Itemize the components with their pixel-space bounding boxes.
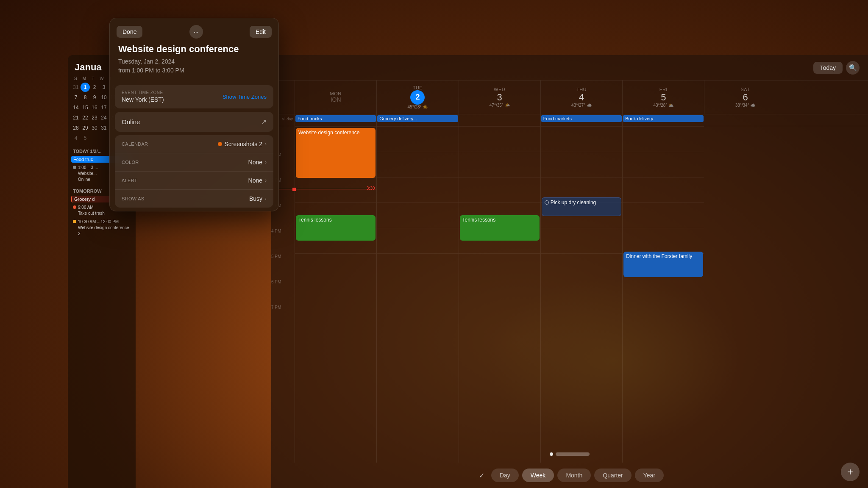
sat-weather: 38°/34° ☁️ [735,103,756,108]
sidebar-day-15[interactable]: 15 [81,103,90,112]
hour-line [459,152,540,152]
sidebar-day-9[interactable]: 9 [90,93,99,102]
all-day-wed: Grocery delivery... [376,114,458,126]
sidebar-day-29[interactable]: 29 [81,123,90,133]
more-icon: ··· [194,28,199,35]
hour-line [541,253,622,254]
day-col-sat[interactable]: Dinner with the Forster family [622,126,704,463]
sidebar-day-30[interactable]: 30 [90,123,99,133]
day-col-fri[interactable]: Pick up dry cleaning [540,126,622,463]
tab-week[interactable]: Week [522,469,554,482]
tab-year[interactable]: Year [635,469,664,482]
sidebar-day-22[interactable]: 22 [81,113,90,122]
event-dinner-forster[interactable]: Dinner with the Forster family [623,252,703,277]
day-header-mon: MON ION [295,80,376,114]
tab-quarter[interactable]: Quarter [594,469,631,482]
add-event-button[interactable]: + [841,463,860,481]
tab-day[interactable]: Day [491,469,519,482]
hour-line [623,152,704,152]
all-day-sat: Book delivery [622,114,704,126]
chevron-icon-alert: › [265,177,267,183]
hour-line [459,202,540,203]
sidebar-day-31b[interactable]: 31 [99,123,108,133]
sidebar-day-17[interactable]: 17 [99,103,108,112]
sidebar-day-28[interactable]: 28 [71,123,81,133]
chevron-icon-show-as: › [265,196,267,202]
popup-done-button[interactable]: Done [117,26,142,38]
all-day-row: all-day Food trucks Grocery delivery... … [271,114,868,126]
event-website-design-conf[interactable]: Website design conference [296,128,376,178]
hour-line [623,228,704,228]
sidebar-day-21[interactable]: 21 [71,113,81,122]
event-dot-3 [73,220,76,223]
popup-calendar-row[interactable]: Calendar Screenshots 2 › [115,135,273,153]
hour-line [377,177,458,177]
day-col-thu[interactable]: Tennis lessons [459,126,540,463]
popup-show-as-row[interactable]: Show As Busy › [115,190,273,208]
all-day-event-food-trucks[interactable]: Food trucks [295,115,376,122]
all-day-fri: Food markets [540,114,622,126]
week-time-area[interactable]: 1 PM 2 PM 3 PM 4 PM 5 PM 6 PM 7 PM Websi… [271,126,868,463]
search-button[interactable]: 🔍 [846,61,860,75]
event-tennis-lessons-thu[interactable]: Tennis lessons [460,215,540,241]
popup-tz-label: EVENT TIME ZONE [122,90,164,95]
all-day-event-grocery[interactable]: Grocery delivery... [377,115,458,122]
event-title-dry-cleaning: Pick up dry cleaning [551,200,596,205]
sidebar-day-4b[interactable]: 4 [71,133,81,143]
hour-line [295,253,376,254]
event-tennis-lessons-tue[interactable]: Tennis lessons [296,215,376,241]
all-day-event-book-delivery[interactable]: Book delivery [623,115,704,122]
day-col-wed[interactable] [376,126,458,463]
day-header-fri: FRI 5 43°/28° 🌥️ [622,80,704,114]
tab-month[interactable]: Month [557,469,591,482]
popup-location-text: Online [122,118,140,125]
sidebar-day-5b[interactable]: 5 [81,133,90,143]
popup-color-row[interactable]: Color None › [115,153,273,172]
sidebar-day-14[interactable]: 14 [71,103,81,112]
sidebar-day-2[interactable]: 2 [90,83,99,92]
all-day-event-food-markets[interactable]: Food markets [541,115,622,122]
event-title-tennis-tue: Tennis lessons [298,217,373,223]
today-button[interactable]: Today [813,62,843,74]
popup-show-time-zones-link[interactable]: Show Time Zones [223,94,267,100]
popup-more-button[interactable]: ··· [189,25,203,39]
event-pick-up-dry-cleaning[interactable]: Pick up dry cleaning [542,197,621,216]
popup-alert-value: None › [248,177,267,184]
wed-weather: 47°/35° 🌤️ [490,103,510,108]
popup-location-row[interactable]: Online ↗ [115,112,273,132]
sidebar-day-24[interactable]: 24 [99,113,108,122]
day-col-tue[interactable]: Website design conference Tennis lessons… [295,126,376,463]
hour-line [623,177,704,177]
check-button[interactable]: ✓ [476,468,488,483]
sidebar-day-23[interactable]: 23 [90,113,99,122]
sidebar-day-31[interactable]: 31 [71,83,81,92]
chevron-icon-color: › [265,159,267,165]
sidebar-day-1[interactable]: 1 [81,83,90,92]
sidebar-day-3[interactable]: 3 [99,83,108,92]
current-time-line: 3:30 [272,189,376,189]
sidebar-day-7[interactable]: 7 [71,93,81,102]
chevron-icon: › [265,141,267,147]
thu-weather: 43°/27° ☁️ [571,103,592,108]
page-bar [556,452,590,456]
week-days-header: MON ION TUE 2 45°/28° ☀️ WED 3 47°/35° 🌤… [271,80,868,114]
sidebar-tomorrow-event-3[interactable]: 10:30 AM – 12:00 PMWebsite design confer… [71,218,132,238]
popup-calendar-value: Screenshots 2 › [218,141,267,147]
popup-toolbar: Done ··· Edit [110,18,278,44]
day-header-wed: WED 3 47°/35° 🌤️ [459,80,540,114]
sidebar-day-16[interactable]: 16 [90,103,99,112]
event-title: Website design conference [298,130,373,136]
hour-line [377,152,458,152]
sidebar-day-8[interactable]: 8 [81,93,90,102]
hour-line [541,228,622,228]
event-dot [73,166,76,169]
popup-alert-row[interactable]: Alert None › [115,172,273,190]
popup-timezone-row: EVENT TIME ZONE New York (EST) Show Time… [115,85,273,108]
popup-show-as-label: Show As [122,196,144,201]
sidebar-day-10[interactable]: 10 [99,93,108,102]
popup-color-label: Color [122,160,139,165]
event-title-dinner: Dinner with the Forster family [626,253,701,259]
day-header-tue: TUE 2 45°/28° ☀️ [376,80,458,114]
popup-edit-button[interactable]: Edit [250,26,272,38]
hour-line [541,177,622,177]
